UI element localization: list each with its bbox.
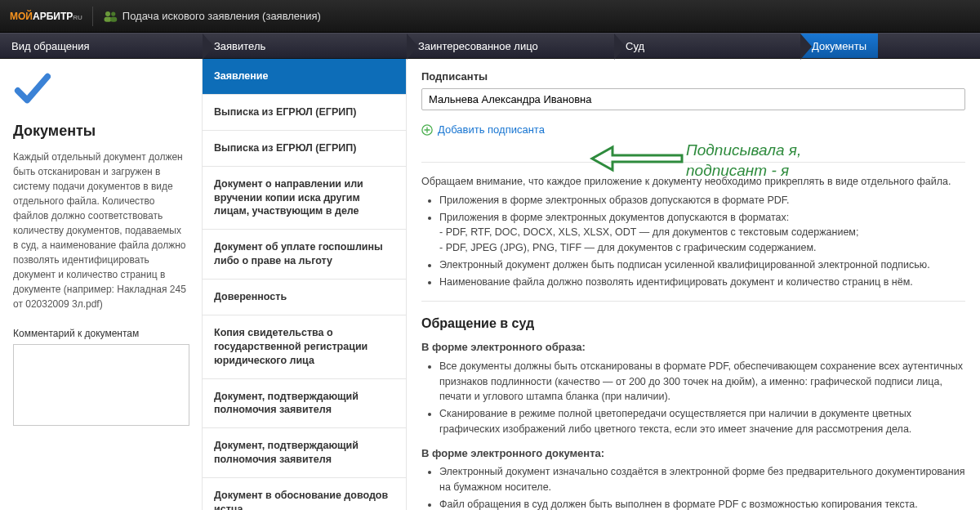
doc-item[interactable]: Документ об уплате госпошлины либо о пра… xyxy=(203,230,406,280)
notice-block: Обращаем внимание, что каждое приложение… xyxy=(421,174,965,289)
plus-icon xyxy=(421,124,433,136)
top-bar: МОЙАРБИТРRU Подача искового заявления (з… xyxy=(0,0,980,33)
step-applicant[interactable]: Заявитель xyxy=(203,34,407,58)
step-court[interactable]: Суд xyxy=(614,34,800,58)
doc-item[interactable]: Копия свидетельства о государственной ре… xyxy=(203,315,406,379)
step-documents[interactable]: Документы xyxy=(800,34,878,58)
svg-point-0 xyxy=(105,11,110,16)
wizard-steps: Вид обращения Заявитель Заинтересованное… xyxy=(0,33,980,59)
comment-label: Комментарий к документам xyxy=(13,328,189,339)
left-panel: Документы Каждый отдельный документ долж… xyxy=(0,59,203,510)
people-icon xyxy=(103,11,118,22)
doc-item[interactable]: Документ, подтверждающий полномочия заяв… xyxy=(203,379,406,429)
doc-item[interactable]: Документ, подтверждающий полномочия заяв… xyxy=(203,428,406,478)
page-title: Подача искового заявления (заявления) xyxy=(122,10,321,22)
step-type[interactable]: Вид обращения xyxy=(0,34,203,58)
appeal-block: В форме электронного образа: Все докумен… xyxy=(421,339,965,510)
logo[interactable]: МОЙАРБИТРRU xyxy=(10,11,82,22)
doc-item[interactable]: Выписка из ЕГРЮЛ (ЕГРИП) xyxy=(203,131,406,167)
left-description: Каждый отдельный документ должен быть от… xyxy=(13,150,189,311)
signers-label: Подписанты xyxy=(421,70,965,83)
doc-item[interactable]: Документ в обоснование доводов истца xyxy=(203,478,406,510)
doc-item-application[interactable]: Заявление xyxy=(203,59,406,95)
step-interested[interactable]: Заинтересованное лицо xyxy=(407,34,614,58)
svg-point-2 xyxy=(111,11,115,16)
checkmark-icon xyxy=(13,70,51,108)
appeal-title: Обращение в суд xyxy=(421,316,965,331)
add-signer-link[interactable]: Добавить подписанта xyxy=(421,123,545,136)
doc-item[interactable]: Доверенность xyxy=(203,280,406,315)
doc-item[interactable]: Выписка из ЕГРЮЛ (ЕГРИП) xyxy=(203,95,406,131)
left-title: Документы xyxy=(13,123,189,140)
right-panel: Подписанты Добавить подписанта Обращаем … xyxy=(407,59,980,510)
doc-item[interactable]: Документ о направлении или вручении копи… xyxy=(203,167,406,230)
comment-textarea[interactable] xyxy=(13,344,189,426)
svg-rect-3 xyxy=(110,16,117,21)
add-signer-label: Добавить подписанта xyxy=(438,123,545,136)
signer-input[interactable] xyxy=(421,88,965,110)
document-list: Заявление Выписка из ЕГРЮЛ (ЕГРИП) Выпис… xyxy=(203,59,407,510)
